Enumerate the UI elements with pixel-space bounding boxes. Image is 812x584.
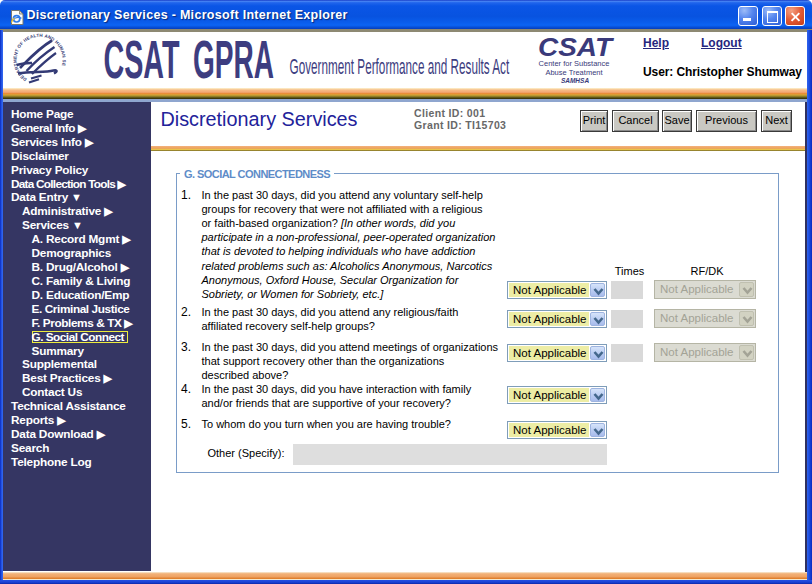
svg-text:Center for Substance: Center for Substance bbox=[538, 59, 609, 68]
svg-text:CSAT: CSAT bbox=[104, 36, 180, 82]
svg-text:GPRA: GPRA bbox=[193, 36, 274, 82]
svg-text:Discretionary Services: Discretionary Services bbox=[161, 107, 358, 130]
svg-text:Government Performance and Res: Government Performance and Results Act bbox=[290, 55, 510, 79]
svg-text:SAMHSA: SAMHSA bbox=[560, 77, 588, 84]
svg-text:CSAT: CSAT bbox=[538, 35, 614, 62]
